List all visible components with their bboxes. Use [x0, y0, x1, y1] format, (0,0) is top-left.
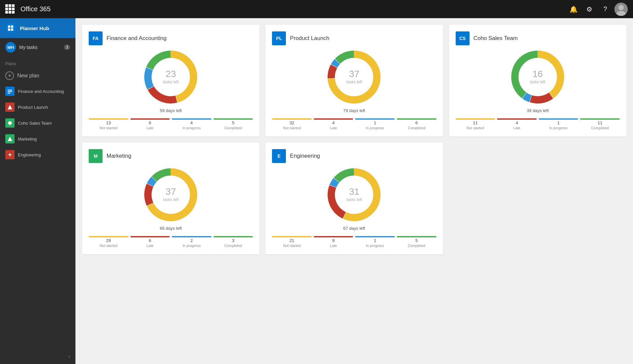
count-not-started-marketing: 29 — [106, 238, 111, 243]
bar-in-progress-marketing — [172, 236, 211, 237]
label-in-progress-marketing: In progress — [182, 244, 201, 248]
plan-title-marketing: Marketing — [107, 153, 131, 159]
count-in-progress-coho: 1 — [557, 120, 560, 125]
planner-hub-label: Planner Hub — [20, 25, 49, 31]
plan-card-coho[interactable]: CS Coho Sales Team 16 tasks left 39 days… — [449, 25, 626, 137]
legend-completed-coho: 11 Completed — [580, 118, 620, 130]
count-late-finance: 6 — [149, 120, 151, 125]
svg-marker-12 — [8, 137, 12, 141]
app-grid-icon[interactable] — [5, 4, 15, 14]
user-avatar[interactable] — [614, 3, 628, 16]
plan-card-product[interactable]: PL Product Launch 37 tasks left 79 days … — [265, 25, 443, 137]
tasks-label-product: tasks left — [346, 80, 362, 84]
plan-card-marketing[interactable]: M Marketing 37 tasks left 66 days left 2… — [82, 142, 259, 254]
new-plan-label: New plan — [17, 73, 39, 79]
plan-badge-product: PL — [272, 31, 286, 45]
sidebar-item-marketing[interactable]: Marketing — [0, 131, 75, 147]
plan-badge-engineering: E — [272, 149, 286, 163]
sidebar-collapse-button[interactable]: ‹ — [0, 349, 75, 364]
svg-point-1 — [618, 5, 624, 10]
planner-hub-item[interactable]: Planner Hub — [0, 18, 75, 38]
tasks-count-finance: 23 — [163, 69, 178, 79]
bar-completed-finance — [213, 118, 253, 120]
planner-hub-icon — [5, 23, 16, 33]
topbar-icons: 🔔 ⚙ ? — [567, 3, 628, 16]
cards-grid: FA Finance and Accounting 23 tasks left … — [82, 25, 626, 254]
legend-not-started-product: 32 Not started — [272, 118, 312, 130]
notification-button[interactable]: 🔔 — [567, 3, 580, 16]
sidebar-item-product[interactable]: Product Launch — [0, 99, 75, 115]
legend-bars-finance: 13 Not started 6 Late 4 In progress 5 Co… — [89, 118, 253, 130]
settings-button[interactable]: ⚙ — [583, 3, 596, 16]
plan-title-finance: Finance and Accounting — [107, 35, 166, 42]
legend-late-coho: 4 Late — [497, 118, 537, 130]
donut-container-finance: 23 tasks left 59 days left 13 Not starte… — [89, 51, 253, 130]
legend-completed-product: 6 Completed — [397, 118, 436, 130]
sidebar-plan-icon-product — [5, 102, 15, 112]
count-in-progress-marketing: 2 — [190, 238, 193, 243]
bar-completed-product — [397, 118, 436, 120]
days-left-marketing: 66 days left — [160, 226, 182, 231]
plan-card-header-finance: FA Finance and Accounting — [89, 31, 253, 45]
svg-marker-10 — [8, 105, 12, 109]
donut-center-engineering: 31 tasks left — [346, 187, 362, 202]
sidebar-plan-label-engineering: Engineering — [18, 152, 41, 157]
legend-not-started-engineering: 21 Not started — [272, 236, 312, 248]
my-tasks-icon: MH — [5, 42, 16, 53]
donut-chart-finance: 23 tasks left — [144, 51, 197, 103]
count-completed-engineering: 5 — [415, 238, 418, 243]
svg-rect-5 — [8, 28, 10, 31]
bar-late-finance — [130, 118, 170, 120]
my-tasks-item[interactable]: MH My tasks 3 — [0, 38, 75, 57]
help-button[interactable]: ? — [599, 3, 612, 16]
label-in-progress-engineering: In progress — [366, 244, 384, 248]
label-not-started-coho: Not started — [467, 126, 484, 130]
new-plan-item[interactable]: + New plan — [0, 68, 75, 83]
plan-card-engineering[interactable]: E Engineering 31 tasks left 67 days left… — [265, 142, 443, 254]
svg-rect-6 — [11, 28, 13, 31]
svg-rect-9 — [8, 93, 10, 94]
sidebar-plan-label-product: Product Launch — [18, 105, 48, 110]
legend-late-finance: 6 Late — [130, 118, 170, 130]
tasks-count-engineering: 31 — [346, 187, 362, 196]
sidebar-item-engineering[interactable]: Engineering — [0, 147, 75, 163]
legend-in-progress-coho: 1 In progress — [539, 118, 578, 130]
count-late-marketing: 6 — [149, 238, 151, 243]
label-late-coho: Late — [513, 126, 520, 130]
donut-container-coho: 16 tasks left 39 days left 11 Not starte… — [456, 51, 620, 130]
legend-in-progress-finance: 4 In progress — [172, 118, 211, 130]
legend-completed-marketing: 3 Completed — [213, 236, 253, 248]
count-not-started-engineering: 21 — [290, 238, 294, 243]
bar-in-progress-engineering — [355, 236, 395, 237]
plans-section-label: Plans — [0, 57, 75, 68]
count-completed-coho: 11 — [598, 120, 602, 125]
my-tasks-badge: 3 — [64, 45, 70, 50]
legend-not-started-marketing: 29 Not started — [89, 236, 128, 248]
count-in-progress-product: 1 — [374, 120, 376, 125]
bar-late-marketing — [130, 236, 170, 237]
sidebar-plan-label-finance: Finance and Accounting — [18, 89, 64, 94]
count-in-progress-finance: 4 — [190, 120, 193, 125]
bar-completed-engineering — [397, 236, 436, 237]
tasks-label-finance: tasks left — [163, 80, 178, 84]
donut-container-engineering: 31 tasks left 67 days left 21 Not starte… — [272, 168, 436, 248]
label-in-progress-product: In progress — [366, 126, 384, 130]
legend-bars-coho: 11 Not started 4 Late 1 In progress 11 C… — [456, 118, 620, 130]
bar-completed-marketing — [213, 236, 253, 237]
legend-late-product: 4 Late — [314, 118, 353, 130]
donut-container-product: 37 tasks left 79 days left 32 Not starte… — [272, 51, 436, 130]
sidebar-item-coho[interactable]: Coho Sales Team — [0, 115, 75, 131]
count-late-coho: 4 — [516, 120, 518, 125]
plan-card-finance[interactable]: FA Finance and Accounting 23 tasks left … — [82, 25, 259, 137]
legend-in-progress-product: 1 In progress — [355, 118, 395, 130]
bar-late-product — [314, 118, 353, 120]
bar-not-started-coho — [456, 118, 495, 120]
donut-center-finance: 23 tasks left — [163, 69, 178, 85]
legend-not-started-coho: 11 Not started — [456, 118, 495, 130]
sidebar-item-finance[interactable]: Finance and Accounting — [0, 83, 75, 99]
count-completed-product: 6 — [415, 120, 418, 125]
sidebar-plan-label-marketing: Marketing — [18, 137, 37, 142]
plan-card-header-marketing: M Marketing — [89, 149, 253, 163]
plan-card-header-product: PL Product Launch — [272, 31, 436, 45]
bar-not-started-marketing — [89, 236, 128, 237]
